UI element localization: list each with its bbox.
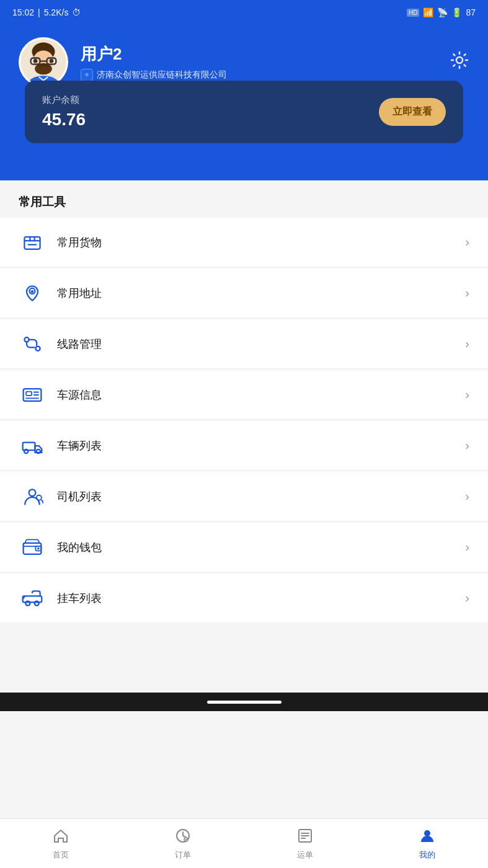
arrow-icon-vehicle-source: › xyxy=(465,388,469,402)
nav-label-home: 首页 xyxy=(53,849,69,861)
wallet-icon xyxy=(19,534,46,561)
speed-display: 5.2K/s xyxy=(44,7,69,17)
route-icon xyxy=(19,330,46,358)
time-display: 15:02 xyxy=(12,7,34,17)
profile-info: 用户2 济南众创智运供应链科技有限公司 xyxy=(81,43,227,81)
svg-point-15 xyxy=(35,346,40,350)
menu-label-route: 线路管理 xyxy=(57,337,465,352)
company-name: 济南众创智运供应链科技有限公司 xyxy=(97,69,227,81)
mine-icon xyxy=(419,827,436,847)
menu-list: 常用货物 › 常用地址 › xyxy=(0,218,488,623)
svg-point-10 xyxy=(456,57,463,63)
hd-badge: HD xyxy=(407,9,419,17)
nav-item-orders[interactable]: 订单 xyxy=(122,822,244,866)
menu-label-driver-list: 司机列表 xyxy=(57,489,465,504)
nav-label-waybill: 运单 xyxy=(297,849,313,861)
bottom-indicator xyxy=(0,693,488,711)
username: 用户2 xyxy=(81,43,227,65)
nav-item-waybill[interactable]: 运单 xyxy=(244,822,366,866)
svg-point-24 xyxy=(29,489,36,496)
svg-point-25 xyxy=(37,495,42,500)
menu-label-wallet: 我的钱包 xyxy=(57,540,465,555)
arrow-icon-address: › xyxy=(465,286,469,300)
svg-rect-21 xyxy=(23,442,35,450)
status-right: HD 📶 📡 🔋 87 xyxy=(407,7,476,17)
signal-icon: 📶 xyxy=(423,7,433,17)
menu-label-vehicle-list: 车辆列表 xyxy=(57,438,465,453)
profile-left: 用户2 济南众创智运供应链科技有限公司 xyxy=(19,37,227,87)
svg-point-28 xyxy=(37,547,40,550)
svg-point-8 xyxy=(50,59,53,63)
main-content: 常用工具 常用货物 › xyxy=(0,180,488,693)
arrow-icon-goods: › xyxy=(465,235,469,249)
svg-rect-17 xyxy=(26,391,32,395)
orders-icon xyxy=(174,827,192,847)
balance-amount: 45.76 xyxy=(42,110,86,130)
svg-point-22 xyxy=(24,449,28,453)
battery-icon: 🔋 xyxy=(451,7,462,17)
nav-item-mine[interactable]: 我的 xyxy=(366,822,488,866)
svg-point-13 xyxy=(31,290,34,293)
card-icon xyxy=(19,381,46,409)
menu-label-trailer: 挂车列表 xyxy=(57,591,465,606)
home-icon xyxy=(52,827,69,847)
menu-item-route[interactable]: 线路管理 › xyxy=(0,319,488,369)
balance-card: 账户余额 45.76 立即查看 xyxy=(25,81,463,143)
menu-item-address[interactable]: 常用地址 › xyxy=(0,268,488,318)
company-row: 济南众创智运供应链科技有限公司 xyxy=(81,69,227,81)
balance-label: 账户余额 xyxy=(42,94,86,106)
menu-item-driver-list[interactable]: 司机列表 › xyxy=(0,472,488,521)
menu-label-goods: 常用货物 xyxy=(57,235,465,250)
home-indicator-bar xyxy=(207,701,282,704)
avatar xyxy=(19,37,68,87)
waybill-icon xyxy=(296,827,314,847)
menu-item-goods[interactable]: 常用货物 › xyxy=(0,218,488,267)
nav-label-mine: 我的 xyxy=(419,849,435,861)
bottom-nav: 首页 订单 运单 xyxy=(0,818,488,868)
nav-label-orders: 订单 xyxy=(175,849,191,861)
arrow-icon-trailer: › xyxy=(465,591,469,605)
balance-info: 账户余额 45.76 xyxy=(42,94,86,130)
svg-point-7 xyxy=(33,59,37,63)
arrow-icon-driver-list: › xyxy=(465,489,469,503)
clock-icon: ⏱ xyxy=(72,7,81,17)
arrow-icon-wallet: › xyxy=(465,540,469,554)
wifi-icon: 📡 xyxy=(437,7,448,17)
svg-rect-11 xyxy=(24,237,40,249)
profile-row: 用户2 济南众创智运供应链科技有限公司 xyxy=(19,37,469,87)
battery-level: 87 xyxy=(466,7,476,17)
driver-icon xyxy=(19,483,46,510)
package-icon xyxy=(19,229,46,256)
svg-point-23 xyxy=(37,449,40,453)
trailer-icon xyxy=(19,585,46,612)
menu-item-wallet[interactable]: 我的钱包 › xyxy=(0,523,488,572)
svg-rect-31 xyxy=(23,596,42,602)
view-now-button[interactable]: 立即查看 xyxy=(379,98,446,126)
settings-button[interactable] xyxy=(450,50,469,74)
arrow-icon-route: › xyxy=(465,337,469,351)
header-section: 用户2 济南众创智运供应链科技有限公司 账户余额 xyxy=(0,25,488,180)
tools-header: 常用工具 xyxy=(0,180,488,218)
truck-icon xyxy=(19,432,46,459)
menu-item-trailer[interactable]: 挂车列表 › xyxy=(0,574,488,623)
status-left: 15:02 | 5.2K/s ⏱ xyxy=(12,7,81,17)
status-bar: 15:02 | 5.2K/s ⏱ HD 📶 📡 🔋 87 xyxy=(0,0,488,25)
menu-item-vehicle-source[interactable]: 车源信息 › xyxy=(0,370,488,420)
verified-icon xyxy=(81,69,93,81)
arrow-icon-vehicle-list: › xyxy=(465,438,469,453)
nav-item-home[interactable]: 首页 xyxy=(0,822,122,866)
menu-label-address: 常用地址 xyxy=(57,286,465,301)
menu-item-vehicle-list[interactable]: 车辆列表 › xyxy=(0,421,488,471)
location-icon xyxy=(19,280,46,307)
svg-point-38 xyxy=(424,830,430,836)
network-speed: | xyxy=(38,7,40,17)
menu-label-vehicle-source: 车源信息 xyxy=(57,388,465,402)
